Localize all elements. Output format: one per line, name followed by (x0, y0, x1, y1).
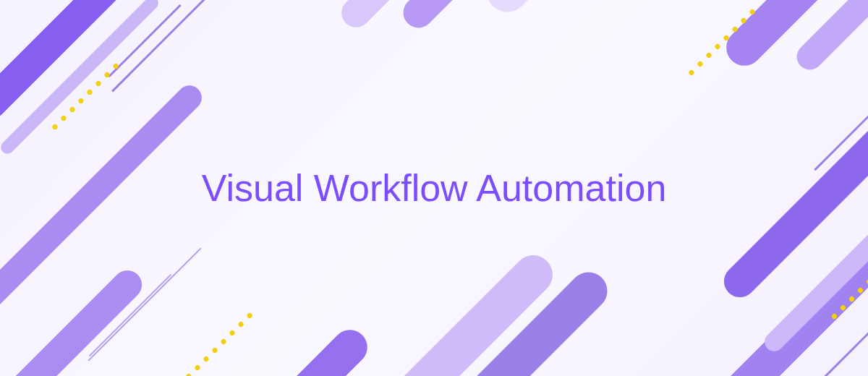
hero-title: Visual Workflow Automation (202, 165, 667, 212)
hero-banner: Visual Workflow Automation (0, 0, 868, 376)
